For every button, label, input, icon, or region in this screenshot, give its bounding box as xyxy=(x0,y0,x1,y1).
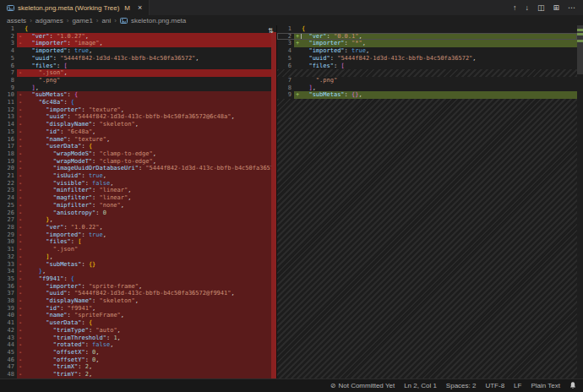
breadcrumb-item-assets[interactable]: assets xyxy=(7,17,26,24)
code-line-left-13[interactable]: 13- "uuid": "5444f842-1d3d-413c-bbfb-b4c… xyxy=(0,113,271,121)
toggle-layout-icon[interactable]: ⊞ xyxy=(553,4,559,12)
line-number[interactable]: 5 xyxy=(277,55,294,63)
line-number[interactable]: 7 xyxy=(0,69,17,77)
line-number[interactable]: 26 xyxy=(0,210,17,217)
code-line-left-15[interactable]: 15- "id": "6c48a", xyxy=(0,128,271,136)
line-number[interactable]: 18 xyxy=(0,150,17,158)
code-line-left-1[interactable]: 1{ xyxy=(0,25,271,33)
code-line-left-23[interactable]: 23- "minfilter": "linear", xyxy=(0,187,271,194)
code-line-left-37[interactable]: 37- "uuid": "5444f842-1d3d-413c-bbfb-b4c… xyxy=(0,290,271,297)
line-number[interactable]: 46 xyxy=(0,357,17,364)
code-line-left-17[interactable]: 17- "userData": { xyxy=(0,143,271,150)
code-line-right-5[interactable]: 5 "uuid": "5444f842-1d3d-413c-bbfb-b4c50… xyxy=(277,55,577,63)
code-line-left-40[interactable]: 40- "name": "spriteFrame", xyxy=(0,312,271,319)
line-number[interactable]: 48 xyxy=(0,371,17,378)
line-number[interactable]: 19 xyxy=(0,158,17,166)
file-encoding[interactable]: UTF-8 xyxy=(485,382,504,389)
line-number[interactable]: 6 xyxy=(0,63,17,70)
code-line-left-6[interactable]: 6 "files": [ xyxy=(0,63,271,70)
breadcrumb-item-skeleton-png-meta[interactable]: skeleton.png.meta xyxy=(131,17,186,24)
code-line-right-9[interactable]: 9+ "subMetas": {}, xyxy=(277,91,577,99)
code-line-left-31[interactable]: 31- ".json" xyxy=(0,246,271,253)
code-line-left-34[interactable]: 34- }, xyxy=(0,268,271,275)
code-line-left-38[interactable]: 38- "displayName": "skeleton", xyxy=(0,297,271,305)
line-number[interactable]: 8 xyxy=(277,84,294,92)
code-line-left-43[interactable]: 43- "trimThreshold": 1, xyxy=(0,335,271,342)
breadcrumb-item-adgames[interactable]: adgames xyxy=(35,17,63,24)
line-number[interactable]: 31 xyxy=(0,246,17,253)
code-line-left-8[interactable]: 8 ".png" xyxy=(0,77,271,84)
line-number[interactable]: 30 xyxy=(0,238,17,246)
language-mode[interactable]: Plain Text xyxy=(531,382,560,389)
code-line-left-24[interactable]: 24- "magfilter": "linear", xyxy=(0,194,271,202)
line-number[interactable]: 44 xyxy=(0,341,17,349)
swap-sides-icon[interactable]: ⇅ xyxy=(268,27,274,35)
code-line-left-16[interactable]: 16- "name": "texture", xyxy=(0,136,271,144)
code-line-left-35[interactable]: 35- "f9941": { xyxy=(0,275,271,283)
line-number[interactable]: 3 xyxy=(277,40,294,47)
code-line-left-36[interactable]: 36- "importer": "sprite-frame", xyxy=(0,283,271,291)
line-number[interactable]: 15 xyxy=(0,128,17,136)
code-line-left-20[interactable]: 20- "imageUuidOrDatabaseUri": "5444f842-… xyxy=(0,165,271,172)
eol-setting[interactable]: LF xyxy=(514,382,521,389)
line-number[interactable]: 37 xyxy=(0,290,17,297)
code-line-left-39[interactable]: 39- "id": "f9941", xyxy=(0,305,271,313)
code-line-left-9[interactable]: 9 ], xyxy=(0,84,271,92)
code-line-right-2[interactable]: 2+ "ver": "0.0.1", xyxy=(277,33,577,41)
line-number[interactable]: 29 xyxy=(0,231,17,239)
line-number[interactable]: 14 xyxy=(0,121,17,128)
code-line-right-3[interactable]: 3+ "importer": "*", xyxy=(277,40,577,47)
line-number[interactable]: 40 xyxy=(0,312,17,319)
more-actions-icon[interactable]: ⋯ xyxy=(568,4,575,12)
prev-change-icon[interactable]: ↑ xyxy=(513,4,517,12)
line-number[interactable]: 9 xyxy=(277,91,294,99)
code-line-left-11[interactable]: 11- "6c48a": { xyxy=(0,99,271,106)
line-number[interactable]: 27 xyxy=(0,216,17,224)
code-line-left-18[interactable]: 18- "wrapModeS": "clamp-to-edge", xyxy=(0,150,271,158)
code-line-left-28[interactable]: 28- "ver": "1.0.22", xyxy=(0,224,271,231)
line-number[interactable]: 41 xyxy=(0,319,17,327)
code-line-left-4[interactable]: 4 "imported": true, xyxy=(0,47,271,55)
code-line-left-7[interactable]: 7- ".json", xyxy=(0,69,271,77)
line-number[interactable]: 3 xyxy=(0,40,17,47)
next-change-icon[interactable]: ↓ xyxy=(525,4,529,12)
line-number[interactable]: 34 xyxy=(0,268,17,275)
line-number[interactable]: 1 xyxy=(277,25,294,33)
line-number[interactable]: 20 xyxy=(0,165,17,172)
tab-skeleton-png-meta[interactable]: skeleton.png.meta (Working Tree) M × xyxy=(0,0,150,15)
line-number[interactable]: 11 xyxy=(0,99,17,106)
code-line-right-1[interactable]: 1{ xyxy=(277,25,577,33)
breadcrumb-item-game1[interactable]: game1 xyxy=(72,17,92,24)
code-line-left-44[interactable]: 44- "rotated": false, xyxy=(0,341,271,349)
indentation-setting[interactable]: Spaces: 2 xyxy=(446,382,477,389)
line-number[interactable]: 24 xyxy=(0,194,17,202)
line-number[interactable]: 36 xyxy=(0,283,17,291)
close-icon[interactable]: × xyxy=(138,3,142,12)
git-commit-status[interactable]: ⊘ Not Committed Yet xyxy=(330,382,395,389)
line-number[interactable]: 17 xyxy=(0,143,17,150)
cursor-position[interactable]: Ln 2, Col 1 xyxy=(404,382,437,389)
line-number[interactable]: 47 xyxy=(0,363,17,371)
code-line-left-46[interactable]: 46- "offsetY": 0, xyxy=(0,357,271,364)
line-number[interactable]: 5 xyxy=(0,55,17,63)
line-number[interactable]: 4 xyxy=(0,47,17,55)
line-number[interactable]: 8 xyxy=(0,77,17,84)
line-number[interactable]: 32 xyxy=(0,253,17,261)
line-number[interactable]: 1 xyxy=(0,25,17,33)
code-line-left-32[interactable]: 32- ], xyxy=(0,253,271,261)
line-number[interactable]: 13 xyxy=(0,113,17,121)
modified-overview-ruler[interactable] xyxy=(577,25,583,378)
code-line-left-26[interactable]: 26- "anisotropy": 0 xyxy=(0,210,271,217)
code-line-left-42[interactable]: 42- "trimType": "auto", xyxy=(0,327,271,335)
code-line-left-5[interactable]: 5 "uuid": "5444f842-1d3d-413c-bbfb-b4c50… xyxy=(0,55,271,63)
code-line-left-10[interactable]: 10- "subMetas": { xyxy=(0,91,271,99)
line-number[interactable]: 10 xyxy=(0,91,17,99)
code-line-left-30[interactable]: 30- "files": [ xyxy=(0,238,271,246)
code-line-left-14[interactable]: 14- "displayName": "skeleton", xyxy=(0,121,271,128)
code-line-left-3[interactable]: 3- "importer": "image", xyxy=(0,40,271,47)
original-overview-ruler[interactable] xyxy=(271,25,276,378)
code-line-left-47[interactable]: 47- "trimX": 2, xyxy=(0,363,271,371)
code-line-left-22[interactable]: 22- "visible": false, xyxy=(0,180,271,188)
code-line-right-8[interactable]: 8 ], xyxy=(277,84,577,92)
code-line-left-21[interactable]: 21- "isUuid": true, xyxy=(0,172,271,180)
